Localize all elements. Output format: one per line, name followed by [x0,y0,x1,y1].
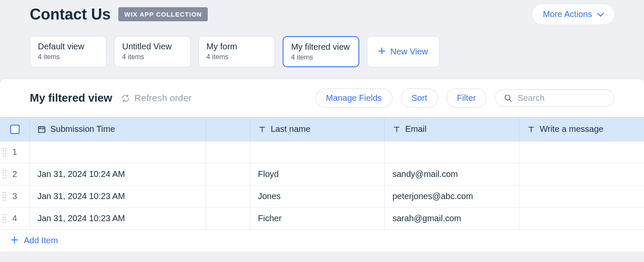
chevron-down-icon [597,9,604,19]
row-number-cell[interactable]: 1 [0,141,30,163]
filter-button[interactable]: Filter [447,88,487,108]
table-row[interactable]: 2Jan 31, 2024 10:24 AMFloydsandy@mail.co… [0,163,644,185]
data-table: Submission Time Last name Email Write a [0,117,644,251]
page-header: Contact Us WIX APP COLLECTION More Actio… [0,0,644,76]
table-row[interactable]: 1 [0,141,644,163]
text-icon [392,125,401,134]
search-input[interactable] [518,93,605,103]
table-body: 12Jan 31, 2024 10:24 AMFloydsandy@mail.c… [0,141,644,230]
column-write-message[interactable]: Write a message [519,117,644,141]
tab-label: My form [206,42,267,51]
column-label: Write a message [540,124,604,134]
row-number: 1 [12,147,17,157]
add-item-label: Add Item [24,236,58,245]
tab-my-form[interactable]: My form 4 items [198,36,275,67]
cell-submission-time[interactable]: Jan 31, 2024 10:23 AM [30,185,206,207]
row-number: 2 [12,169,17,179]
cell-spacer [206,141,250,163]
cell-write-message[interactable] [519,185,644,207]
cell-submission-time[interactable]: Jan 31, 2024 10:24 AM [30,163,206,185]
column-spacer [206,117,250,141]
cell-last-name[interactable]: Ficher [250,208,385,229]
text-icon [258,125,266,134]
cell-spacer [206,208,250,229]
page-title: Contact Us [30,6,111,23]
plus-icon [11,236,18,245]
drag-handle-icon[interactable] [3,148,7,157]
cell-submission-time[interactable]: Jan 31, 2024 10:23 AM [30,208,206,229]
title-left: Contact Us WIX APP COLLECTION [30,6,208,23]
tab-count: 4 items [38,53,98,61]
cell-email[interactable] [385,141,519,163]
tab-count: 4 items [122,53,183,61]
select-all-cell [0,117,30,141]
view-title: My filtered view [30,91,112,105]
cell-email[interactable]: sarah@gmail.com [385,208,519,229]
tab-default-view[interactable]: Default view 4 items [30,36,106,67]
manage-fields-button[interactable]: Manage Fields [315,88,392,108]
cell-email[interactable]: peterjones@abc.com [385,185,519,207]
cell-write-message[interactable] [519,163,644,185]
cell-email[interactable]: sandy@mail.com [385,163,519,185]
column-label: Email [405,124,426,134]
collection-badge: WIX APP COLLECTION [118,7,208,21]
search-field[interactable] [495,89,614,107]
sort-button[interactable]: Sort [401,88,438,108]
drag-handle-icon[interactable] [3,170,7,179]
column-last-name[interactable]: Last name [250,117,385,141]
new-view-button[interactable]: New View [367,36,440,67]
refresh-order-button[interactable]: Refresh order [121,93,192,104]
tab-my-filtered-view[interactable]: My filtered view 4 items [283,36,359,67]
view-toolbar: My filtered view Refresh order Manage Fi… [0,79,644,117]
column-label: Submission Time [50,124,115,134]
cell-spacer [206,163,250,185]
refresh-label: Refresh order [135,93,192,104]
row-number: 4 [12,214,17,223]
select-all-checkbox[interactable] [10,125,20,134]
table-header: Submission Time Last name Email Write a [0,117,644,141]
more-actions-label: More Actions [543,9,592,19]
svg-rect-1 [39,127,45,132]
tab-count: 4 items [291,54,351,61]
drag-handle-icon[interactable] [3,192,7,201]
table-row[interactable]: 3Jan 31, 2024 10:23 AMJonespeterjones@ab… [0,185,644,208]
tab-label: My filtered view [291,42,351,52]
view-tabs: Default view 4 items Untitled View 4 ite… [30,36,614,67]
cell-last-name[interactable]: Jones [250,185,385,207]
refresh-icon [121,94,130,103]
row-number-cell[interactable]: 4 [0,208,30,229]
cell-write-message[interactable] [519,208,644,229]
tab-label: Untitled View [122,42,183,51]
column-label: Last name [271,124,310,134]
table-row[interactable]: 4Jan 31, 2024 10:23 AMFichersarah@gmail.… [0,208,644,230]
column-email[interactable]: Email [385,117,519,141]
calendar-icon [37,125,46,134]
row-number-cell[interactable]: 2 [0,163,30,185]
more-actions-button[interactable]: More Actions [532,4,614,24]
row-number-cell[interactable]: 3 [0,185,30,207]
text-icon [527,125,535,134]
column-submission-time[interactable]: Submission Time [30,117,206,141]
title-row: Contact Us WIX APP COLLECTION More Actio… [30,0,614,24]
cell-spacer [206,185,250,207]
cell-submission-time[interactable] [30,141,206,163]
cell-last-name[interactable]: Floyd [250,163,385,185]
new-view-label: New View [390,47,428,57]
plus-icon [378,47,385,57]
content-panel: My filtered view Refresh order Manage Fi… [0,79,644,251]
tab-label: Default view [38,42,98,51]
add-item-button[interactable]: Add Item [0,230,644,251]
search-icon [504,94,512,103]
cell-write-message[interactable] [519,141,644,163]
drag-handle-icon[interactable] [3,214,7,223]
cell-last-name[interactable] [250,141,385,163]
tab-count: 4 items [206,53,267,61]
row-number: 3 [12,191,17,201]
tab-untitled-view[interactable]: Untitled View 4 items [114,36,191,67]
